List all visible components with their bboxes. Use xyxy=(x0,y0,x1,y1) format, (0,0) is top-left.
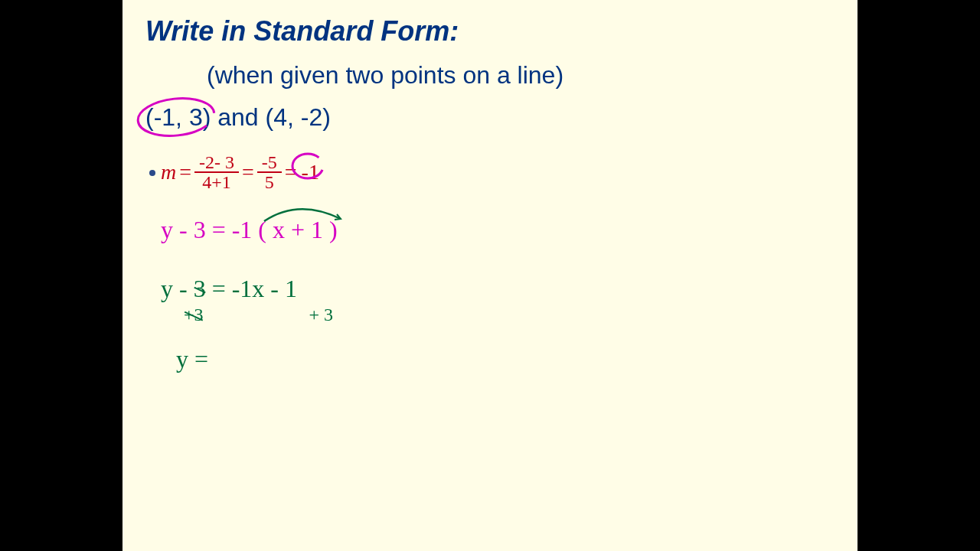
points-row: (-1, 3) and (4, -2) xyxy=(145,103,835,132)
equals: = xyxy=(179,160,191,184)
fraction-denominator: 5 xyxy=(260,173,279,191)
subtitle: (when given two points on a line) xyxy=(207,61,835,90)
page-title: Write in Standard Form: xyxy=(145,15,835,47)
distribute-rest: = -1x - 1 xyxy=(206,275,297,302)
point-slope-equation: y - 3 = -1 ( x + 1 ) xyxy=(161,216,835,244)
whiteboard-canvas: Write in Standard Form: (when given two … xyxy=(122,0,858,551)
svg-point-1 xyxy=(292,154,323,178)
slope-calculation: m = -2- 3 4+1 = -5 5 = -1 xyxy=(153,153,835,191)
equals: = xyxy=(242,160,254,184)
add-three-step: +3 + 3 xyxy=(184,305,835,325)
fraction-one: -2- 3 4+1 xyxy=(194,153,239,191)
fraction-numerator: -5 xyxy=(257,153,282,173)
bullet-icon xyxy=(149,170,155,176)
fraction-two: -5 5 xyxy=(257,153,282,191)
final-step: y = xyxy=(176,345,835,373)
svg-point-0 xyxy=(136,96,216,139)
plus-three-right: + 3 xyxy=(309,305,334,324)
struck-three: 3 xyxy=(194,275,206,303)
point-one: (-1, 3) xyxy=(145,103,211,132)
point-two: (4, -2) xyxy=(266,103,331,131)
slope-result: -1 xyxy=(297,158,324,186)
circle-icon xyxy=(133,96,225,139)
distribute-step: y - 3 = -1x - 1 xyxy=(161,275,835,303)
circle-icon xyxy=(291,151,328,181)
slope-m-label: m xyxy=(161,160,176,184)
fraction-numerator: -2- 3 xyxy=(194,153,239,173)
y-minus: y - xyxy=(161,275,194,302)
fraction-denominator: 4+1 xyxy=(198,173,236,191)
struck-plus-three: +3 xyxy=(184,305,204,325)
distribute-arc-icon xyxy=(260,202,345,225)
gap xyxy=(204,305,309,324)
